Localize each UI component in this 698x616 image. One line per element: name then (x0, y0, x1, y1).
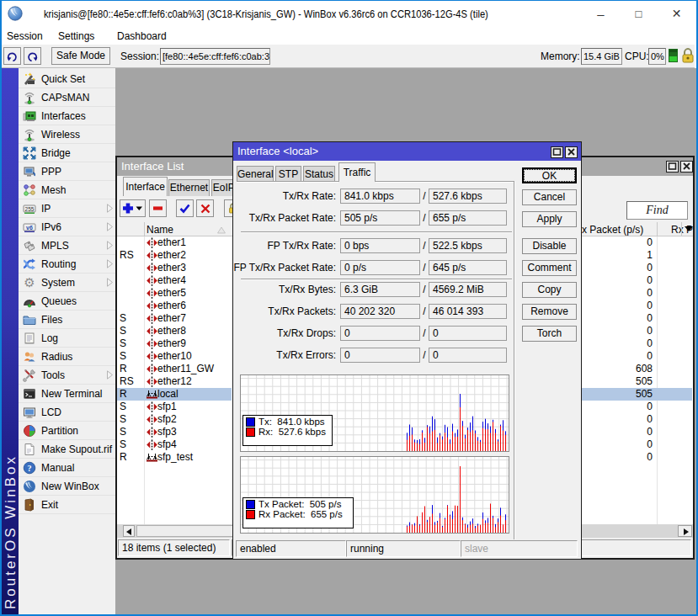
svg-text:?: ? (28, 464, 32, 473)
svg-text:255: 255 (25, 206, 35, 212)
svg-text:✦: ✦ (28, 72, 33, 77)
svg-text:v6: v6 (26, 225, 33, 231)
svg-text:⚙: ⚙ (24, 276, 35, 289)
